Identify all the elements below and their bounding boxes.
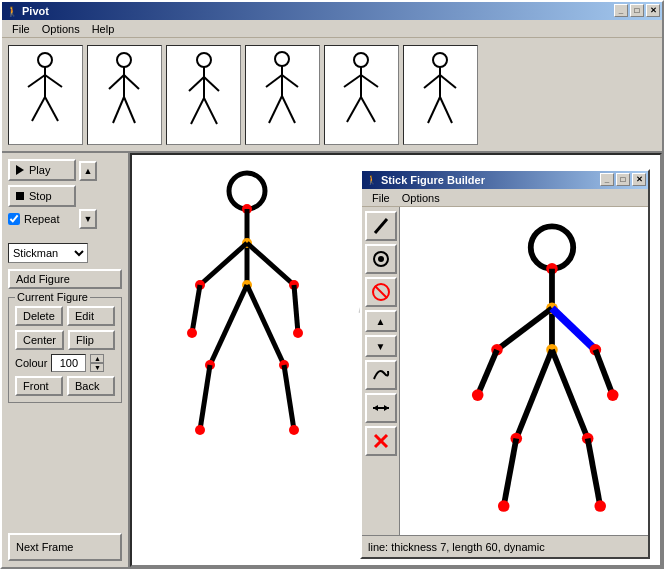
svg-line-14 bbox=[189, 77, 204, 91]
sfb-scroll-down-button[interactable]: ▼ bbox=[365, 335, 397, 357]
svg-point-36 bbox=[229, 173, 265, 209]
menu-help[interactable]: Help bbox=[86, 21, 121, 37]
sfb-canvas[interactable] bbox=[400, 207, 648, 535]
add-figure-button[interactable]: Add Figure bbox=[8, 269, 122, 289]
main-window: 🚶 Pivot _ □ ✕ File Options Help bbox=[0, 0, 664, 569]
sfb-line-tool-button[interactable] bbox=[365, 211, 397, 241]
title-bar: 🚶 Pivot _ □ ✕ bbox=[2, 2, 662, 20]
svg-line-34 bbox=[428, 97, 440, 123]
sfb-circle-tool-button[interactable] bbox=[365, 244, 397, 274]
sfb-menu-options[interactable]: Options bbox=[396, 191, 446, 205]
svg-line-8 bbox=[109, 75, 124, 89]
svg-line-83 bbox=[478, 350, 497, 395]
repeat-row: Repeat bbox=[8, 213, 76, 225]
front-button[interactable]: Front bbox=[15, 376, 63, 396]
sfb-scroll-down-icon: ▼ bbox=[376, 341, 386, 352]
close-button[interactable]: ✕ bbox=[646, 4, 660, 17]
sfb-mirror-tool-button[interactable] bbox=[365, 393, 397, 423]
svg-marker-74 bbox=[384, 405, 389, 411]
sfb-toolbar: ▲ ▼ bbox=[362, 207, 400, 535]
svg-line-23 bbox=[282, 96, 295, 123]
svg-point-30 bbox=[433, 53, 447, 67]
sfb-title-bar: 🚶 Stick Figure Builder _ □ ✕ bbox=[362, 171, 648, 189]
svg-line-3 bbox=[45, 75, 62, 87]
edit-button[interactable]: Edit bbox=[67, 306, 115, 326]
svg-line-11 bbox=[124, 97, 135, 123]
svg-point-69 bbox=[378, 256, 384, 262]
svg-line-33 bbox=[440, 75, 456, 88]
sfb-delete-all-button[interactable] bbox=[365, 426, 397, 456]
svg-line-2 bbox=[28, 75, 45, 87]
main-area: Play Stop Repeat bbox=[2, 153, 662, 567]
maximize-button[interactable]: □ bbox=[630, 4, 644, 17]
sfb-scroll-up-button[interactable]: ▲ bbox=[365, 310, 397, 332]
frame-1-figure bbox=[18, 51, 73, 139]
frame-6[interactable] bbox=[403, 45, 478, 145]
svg-line-26 bbox=[344, 75, 361, 87]
scroll-arrows: ▲ ▼ bbox=[79, 161, 97, 229]
play-button[interactable]: Play bbox=[8, 159, 76, 181]
svg-line-85 bbox=[552, 308, 595, 349]
colour-row: Colour 100 ▲ ▼ bbox=[15, 354, 115, 372]
back-button[interactable]: Back bbox=[67, 376, 115, 396]
scroll-down-button[interactable]: ▼ bbox=[79, 209, 97, 229]
frame-3[interactable] bbox=[166, 45, 241, 145]
center-button[interactable]: Center bbox=[15, 330, 64, 350]
playback-controls: Play Stop Repeat bbox=[8, 159, 76, 225]
menu-options[interactable]: Options bbox=[36, 21, 86, 37]
flip-button[interactable]: Flip bbox=[68, 330, 115, 350]
delete-tool-icon bbox=[371, 282, 391, 302]
delete-button[interactable]: Delete bbox=[15, 306, 63, 326]
colour-up-button[interactable]: ▲ bbox=[90, 354, 104, 363]
repeat-checkbox[interactable] bbox=[8, 213, 20, 225]
minimize-button[interactable]: _ bbox=[614, 4, 628, 17]
frame-3-figure bbox=[176, 51, 231, 139]
sfb-body: ▲ ▼ bbox=[362, 207, 648, 535]
menu-file[interactable]: File bbox=[6, 21, 36, 37]
sfb-title-text: Stick Figure Builder bbox=[381, 174, 485, 186]
sfb-window-controls: _ □ ✕ bbox=[600, 173, 646, 186]
frame-5[interactable] bbox=[324, 45, 399, 145]
frame-4[interactable] bbox=[245, 45, 320, 145]
colour-input[interactable]: 100 bbox=[51, 354, 86, 372]
scroll-up-button[interactable]: ▲ bbox=[79, 161, 97, 181]
left-panel: Play Stop Repeat bbox=[2, 153, 130, 567]
sfb-menu-file[interactable]: File bbox=[366, 191, 396, 205]
sfb-status-text: line: thickness 7, length 60, dynamic bbox=[368, 541, 545, 553]
sfb-close-button[interactable]: ✕ bbox=[632, 173, 646, 186]
sfb-maximize-button[interactable]: □ bbox=[616, 173, 630, 186]
svg-line-22 bbox=[269, 96, 282, 123]
sfb-delete-tool-button[interactable] bbox=[365, 277, 397, 307]
canvas-area[interactable]: 🚶 Stick Figure Builder _ □ ✕ File Option… bbox=[130, 153, 662, 567]
stop-button[interactable]: Stop bbox=[8, 185, 76, 207]
frame-1[interactable] bbox=[8, 45, 83, 145]
sfb-minimize-button[interactable]: _ bbox=[600, 173, 614, 186]
svg-line-42 bbox=[192, 285, 200, 333]
svg-line-5 bbox=[45, 97, 58, 121]
sfb-figure bbox=[400, 207, 648, 535]
colour-down-button[interactable]: ▼ bbox=[90, 363, 104, 372]
frame-2[interactable] bbox=[87, 45, 162, 145]
svg-line-35 bbox=[440, 97, 452, 123]
sfb-curve-tool-button[interactable] bbox=[365, 360, 397, 390]
svg-marker-73 bbox=[373, 405, 378, 411]
svg-line-28 bbox=[347, 97, 361, 122]
svg-line-67 bbox=[375, 219, 387, 233]
svg-line-16 bbox=[191, 98, 204, 124]
sfb-title-icon: 🚶 bbox=[366, 175, 377, 185]
svg-line-49 bbox=[210, 285, 247, 365]
svg-line-90 bbox=[516, 350, 552, 439]
svg-point-88 bbox=[607, 389, 619, 401]
svg-point-47 bbox=[293, 328, 303, 338]
svg-point-0 bbox=[38, 53, 52, 67]
sfb-dialog: 🚶 Stick Figure Builder _ □ ✕ File Option… bbox=[360, 169, 650, 559]
svg-line-15 bbox=[204, 77, 219, 91]
front-back-row: Front Back bbox=[15, 376, 115, 396]
svg-point-56 bbox=[289, 425, 299, 435]
next-frame-button[interactable]: Next Frame bbox=[8, 533, 122, 561]
sfb-status-bar: line: thickness 7, length 60, dynamic bbox=[362, 535, 648, 557]
title-bar-text: Pivot bbox=[22, 5, 49, 17]
svg-line-10 bbox=[113, 97, 124, 123]
frame-strip bbox=[2, 38, 662, 153]
figure-select[interactable]: Stickman bbox=[8, 243, 88, 263]
